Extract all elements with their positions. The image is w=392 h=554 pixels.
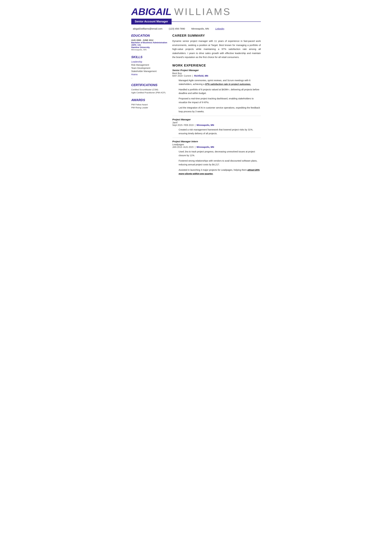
last-name: WILLIAMS: [174, 6, 231, 17]
skill-item: Stakeholder Management: [131, 70, 168, 72]
certifications-section: CERTIFICATIONS Certified ScrumMaster (CS…: [131, 83, 168, 94]
job-company: Best Buy: [172, 72, 261, 75]
sidebar: EDUCATION AUG 2008 - JUNE 2012 Bachelor …: [131, 34, 168, 178]
jobs-container: Senior Project ManagerBest BuyMAY 2019- …: [172, 69, 261, 176]
skill-item: Asana: [131, 73, 168, 76]
awards-title: AWARDS: [131, 98, 168, 102]
gpa-label: GPA:: [132, 44, 137, 46]
bullet-item: Handled a portfolio of 8 projects valued…: [179, 88, 261, 95]
bullet-item: Proposed a real-time project tracking da…: [179, 97, 261, 104]
job-title: Senior Project Manager: [172, 69, 261, 71]
job-title: Project Manager: [172, 118, 261, 121]
bullet-item: Managed Agile ceremonies, sprint reviews…: [179, 79, 261, 86]
awards-section: AWARDS PMI Fellow AwardPMI Rising Leader: [131, 98, 168, 109]
job-title: Senior Account Manager: [131, 19, 172, 24]
edu-dates: AUG 2008 - JUNE 2012: [131, 39, 168, 41]
job-company: Jamf: [172, 121, 261, 124]
certifications-title: CERTIFICATIONS: [131, 83, 168, 87]
edu-gpa: (GPA: 3.6): [131, 44, 168, 46]
awards-list: PMI Fellow AwardPMI Rising Leader: [131, 104, 168, 109]
cert-item: Certified ScrumMaster (CSM): [131, 89, 168, 91]
career-summary-title: CAREER SUMMARY: [172, 34, 261, 37]
gpa-value: 3.6: [137, 44, 140, 46]
edu-school: Hamline University: [131, 46, 168, 48]
job-entry: Senior Project ManagerBest BuyMAY 2019- …: [172, 69, 261, 116]
job-entry: Project ManagerJamfSept 2015- FEB 2019 |…: [172, 118, 261, 138]
main-content: CAREER SUMMARY Dynamic senior project ma…: [172, 34, 261, 178]
edu-degree: Bachelor of Business Administration: [131, 41, 168, 44]
title-bar: Senior Account Manager: [131, 19, 261, 24]
bullet-item: Created a risk management framework that…: [179, 128, 261, 136]
bullet-item: Used Jira to track project progress, dec…: [179, 150, 261, 158]
linkedin-link[interactable]: LinkedIn: [215, 27, 224, 30]
work-experience-title: WORK EXPERIENCE: [172, 64, 261, 67]
skills-section: SKILLS LeadershipRisk ManagementTeam Dev…: [131, 55, 168, 79]
bullet-item: Led the integration of AI in customer se…: [179, 106, 261, 114]
job-meta: Sept 2015- FEB 2019 | Minneapolis, MN: [172, 124, 261, 126]
job-bullets: Managed Agile ceremonies, sprint reviews…: [179, 79, 261, 114]
resume-name: ABIGAIL WILLIAMS: [131, 6, 261, 17]
title-divider: [172, 21, 261, 22]
skill-item: Risk Management: [131, 64, 168, 66]
skills-title: SKILLS: [131, 55, 168, 59]
cert-item: Agile Certified Practitioner (PMI-ACP): [131, 91, 168, 94]
phone: (123) 456-7890: [169, 27, 185, 30]
bullet-highlight: 97% satisfaction rate in project outcome…: [205, 83, 251, 85]
education-title: EDUCATION: [131, 34, 168, 37]
job-bullets: Used Jira to track project progress, dec…: [179, 150, 261, 176]
bullet-highlight: attract 26% more clients within one quar…: [179, 169, 260, 175]
edu-location: Minneapolis, MN: [131, 48, 168, 51]
award-item: PMI Fellow Award: [131, 104, 168, 106]
location: Minneapolis, MN: [191, 27, 209, 30]
bullet-item: Fostered strong relationships with vendo…: [179, 159, 261, 167]
email: abigail2williams@email.com: [133, 27, 163, 30]
job-meta: JAN 2013- AUG 2015 | Minneapolis, MN: [172, 146, 261, 148]
career-summary-text: Dynamic senior project manager with 11 y…: [172, 39, 261, 59]
contact-row: abigail2williams@email.com (123) 456-789…: [131, 27, 261, 30]
skills-list: LeadershipRisk ManagementTeam Developmen…: [131, 61, 168, 79]
skill-item: Team Development: [131, 67, 168, 69]
skill-item: Leadership: [131, 61, 168, 63]
skill-item: ..: [131, 76, 168, 79]
job-entry: Project Manager InternLeadpagesJAN 2013-…: [172, 140, 261, 176]
certifications-list: Certified ScrumMaster (CSM)Agile Certifi…: [131, 89, 168, 94]
main-layout: EDUCATION AUG 2008 - JUNE 2012 Bachelor …: [131, 34, 261, 178]
first-name: ABIGAIL: [131, 6, 172, 17]
education-section: EDUCATION AUG 2008 - JUNE 2012 Bachelor …: [131, 34, 168, 51]
job-title: Project Manager Intern: [172, 140, 261, 143]
job-company: Leadpages: [172, 143, 261, 146]
job-bullets: Created a risk management framework that…: [179, 128, 261, 136]
award-item: PMI Rising Leader: [131, 106, 168, 109]
job-meta: MAY 2019- Current | Richfield, MN: [172, 75, 261, 77]
bullet-item: Assisted in launching 3 major projects f…: [179, 168, 261, 176]
